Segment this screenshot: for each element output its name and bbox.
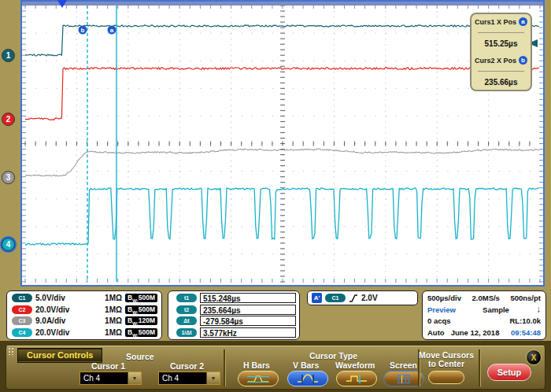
setup-button[interactable]: Setup — [487, 364, 531, 381]
channel-2-label: 2 — [6, 115, 11, 124]
timebase: 500µs/div — [427, 294, 461, 302]
trigger-readout-box: A' C1 2.0V — [307, 290, 418, 305]
close-icon[interactable]: X — [526, 349, 542, 365]
c1-chip: C1 — [12, 294, 32, 302]
channel-4-marker[interactable]: 4 — [2, 238, 15, 251]
cursor2-source-value: Ch 4 — [159, 372, 206, 384]
waveform-button[interactable] — [336, 371, 377, 386]
cursor-b-badge-letter: b — [81, 27, 85, 34]
trigger-level: 2.0V — [361, 294, 378, 302]
hbars-label: H Bars — [243, 361, 270, 370]
channel-3-label: 3 — [6, 173, 11, 182]
c3-chip: C3 — [12, 316, 32, 325]
channel-3-marker[interactable]: 3 — [2, 171, 15, 184]
channel-4-label: 4 — [6, 240, 11, 249]
c3-scale: 9.0A/div — [35, 316, 65, 325]
c2-chip: C2 — [12, 305, 32, 314]
c4-chip: C4 — [12, 328, 32, 337]
channel-1-row: C1 5.0V/div 1MΩ BW:500M — [7, 293, 161, 304]
move-cursors-to-center-button[interactable] — [428, 371, 464, 384]
c1-scale: 5.0V/div — [35, 294, 65, 302]
c4-scale: 20.0V/div — [35, 328, 69, 337]
channel-1-marker[interactable]: 1 — [2, 49, 15, 62]
channel-3-row: C3 9.0A/div 1MΩ BW:120M — [7, 316, 161, 327]
cursor-a-badge-icon: a — [519, 17, 527, 26]
delta-t-value: -279.584µs — [200, 316, 296, 326]
t1-chip: t1 — [176, 294, 197, 302]
screen-icon — [392, 374, 416, 384]
collapse-triangle-icon[interactable]: ◁ — [530, 375, 536, 383]
curs1-value: 515.25µs — [475, 39, 527, 48]
cursor2-label: Cursor 2 — [170, 361, 204, 371]
delta-t-row: Δt -279.584µs — [172, 316, 296, 327]
hbars-icon — [246, 374, 270, 384]
c1-bandwidth-chip: BW:500M — [125, 294, 157, 302]
c2-bandwidth-chip: BW:500M — [125, 305, 157, 314]
cursor-position-readout: Curs1 X Pos a 515.25µs Curs2 X Pos b 235… — [470, 13, 532, 91]
graticule-svg: ba — [20, 0, 545, 287]
trigger-mode: Auto — [427, 328, 445, 337]
source-label: Source — [126, 352, 154, 361]
cursor-values-box: t1 515.248µs t2 235.664µs Δt -279.584µs … — [168, 290, 300, 340]
sample-rate: 2.0MS/s — [472, 294, 500, 302]
cursor1-source-dropdown[interactable]: Ch 4 ▼ — [80, 372, 142, 385]
inv-delta-t-value: 3.577kHz — [200, 327, 296, 338]
c3-bandwidth-chip: BW:120M — [125, 316, 157, 325]
rising-edge-icon — [349, 294, 358, 303]
cursor1-source-value: Ch 4 — [80, 372, 128, 384]
channel-2-marker[interactable]: 2 — [2, 113, 15, 126]
waveform-label: Waveform — [335, 361, 375, 370]
divider — [478, 71, 524, 72]
t2-row: t2 235.664µs — [172, 305, 296, 316]
drag-grip-icon[interactable] — [8, 347, 14, 355]
trigger-source-chip: C1 — [325, 294, 346, 302]
c1-impedance: 1MΩ — [105, 294, 122, 302]
curs1-label: Curs1 X Pos — [475, 18, 516, 26]
acquisition-box: 500µs/div 2.0MS/s 500ns/pt Preview Sampl… — [422, 290, 546, 340]
channel-4-row: C4 20.0V/div 1MΩ BW:500M — [7, 327, 161, 338]
hbars-button[interactable] — [238, 371, 279, 386]
resolution: 500ns/pt — [510, 294, 541, 302]
cursor2-source-dropdown[interactable]: Ch 4 ▼ — [158, 372, 220, 385]
cursor-type-label: Cursor Type — [309, 351, 357, 361]
panel-title-tab[interactable]: Cursor Controls — [18, 349, 102, 362]
acq-arrow-icon: ↓ — [536, 304, 541, 315]
waveform-icon — [345, 374, 368, 384]
c2-scale: 20.0V/div — [35, 305, 69, 314]
record-length: RL:10.0k — [509, 316, 541, 325]
channel-scales-box: C1 5.0V/div 1MΩ BW:500M C2 20.0V/div 1MΩ… — [6, 290, 162, 340]
divider — [479, 349, 481, 386]
vbars-label: V Bars — [293, 361, 319, 370]
t2-value: 235.664µs — [200, 305, 296, 315]
c3-impedance: 1MΩ — [105, 316, 122, 325]
collapse-triangle-icon[interactable]: ◁ — [530, 365, 536, 374]
chevron-down-icon[interactable]: ▼ — [206, 372, 220, 384]
c4-impedance: 1MΩ — [105, 328, 122, 337]
inv-delta-t-row: 1/Δt 3.577kHz — [172, 327, 296, 338]
clock: 09:54:48 — [511, 328, 541, 337]
divider — [224, 349, 226, 386]
screen-label: Screen — [390, 361, 417, 370]
t1-row: t1 515.248µs — [172, 293, 296, 304]
divider — [478, 32, 524, 33]
curs2-label: Curs2 X Pos — [475, 57, 516, 65]
move-cursors-label-2: to Center — [418, 359, 475, 368]
curs2-value: 235.66µs — [475, 78, 527, 87]
cursor1-label: Cursor 1 — [91, 361, 125, 371]
inv-delta-t-chip: 1/Δt — [176, 328, 197, 337]
cursor-a-badge-letter: a — [110, 27, 114, 34]
chevron-down-icon[interactable]: ▼ — [128, 372, 141, 384]
vbars-button[interactable] — [287, 371, 328, 386]
t1-value: 515.248µs — [200, 293, 296, 303]
channel-1-label: 1 — [6, 51, 11, 60]
c4-bandwidth-chip: BW:500M — [125, 328, 157, 337]
t2-chip: t2 — [176, 305, 197, 314]
preview-status: Preview — [427, 305, 456, 314]
c2-impedance: 1MΩ — [105, 305, 122, 314]
delta-t-chip: Δt — [176, 316, 197, 325]
acq-mode: Sample — [483, 305, 509, 314]
waveform-display[interactable]: ba — [20, 0, 545, 287]
acq-count: 0 acqs — [427, 316, 451, 325]
vbars-icon — [296, 374, 320, 384]
cursor-b-badge-icon: b — [519, 56, 527, 65]
